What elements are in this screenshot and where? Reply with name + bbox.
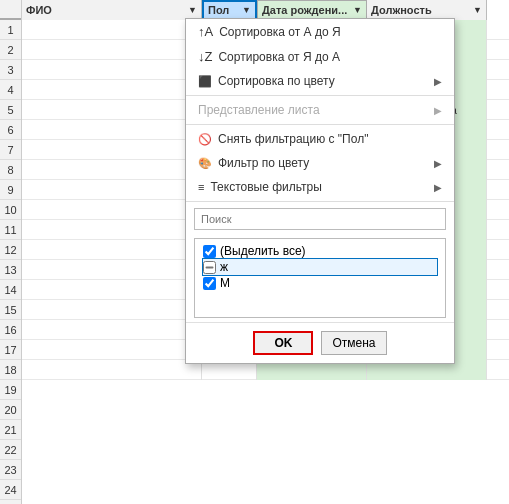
col-fio-label: ФИО: [26, 0, 52, 20]
col-fio-header[interactable]: ФИО ▼: [22, 0, 202, 20]
sheet-view-arrow-icon: ▶: [434, 105, 442, 116]
checkbox-m-label[interactable]: М: [220, 276, 230, 290]
row-num-19: 19: [0, 380, 21, 400]
row-num-7: 7: [0, 140, 21, 160]
row-num-6: 6: [0, 120, 21, 140]
row-num-8: 8: [0, 160, 21, 180]
sort-color-label: Сортировка по цвету: [218, 74, 335, 88]
row-num-16: 16: [0, 320, 21, 340]
text-filters-label: Текстовые фильтры: [210, 180, 321, 194]
checkbox-all-label[interactable]: (Выделить все): [220, 244, 306, 258]
filter-color-label: Фильтр по цвету: [218, 156, 309, 170]
filter-dropdown-icon-fio[interactable]: ▼: [188, 0, 197, 20]
row-num-22: 22: [0, 440, 21, 460]
sort-color-item[interactable]: ⬛ Сортировка по цвету ▶: [186, 69, 454, 93]
row-num-2: 2: [0, 40, 21, 60]
filter-dropdown-icon-pol[interactable]: ▼: [242, 0, 251, 20]
row-num-4: 4: [0, 80, 21, 100]
checkbox-list: (Выделить все) ж М: [194, 238, 446, 318]
checkbox-m[interactable]: [203, 277, 216, 290]
checkbox-zh-label[interactable]: ж: [220, 260, 228, 274]
text-filters-arrow-icon: ▶: [434, 182, 442, 193]
checkbox-zh[interactable]: [203, 261, 216, 274]
cancel-button[interactable]: Отмена: [321, 331, 386, 355]
row-num-18: 18: [0, 360, 21, 380]
row-num-26: 26: [0, 500, 21, 504]
row-num-15: 15: [0, 300, 21, 320]
col-pol-label: Пол: [208, 0, 229, 20]
clear-filter-icon: 🚫: [198, 133, 212, 146]
text-filters-item[interactable]: ≡ Текстовые фильтры ▶: [186, 175, 454, 199]
row-num-1: 1: [0, 20, 21, 40]
clear-filter-label: Снять фильтрацию с "Пол": [218, 132, 368, 146]
row-num-12: 12: [0, 240, 21, 260]
sheet-view-item: Представление листа ▶: [186, 98, 454, 122]
spreadsheet: 1 2 3 4 5 6 7 8 9 10 11 12 13 14 15 16 1…: [0, 0, 509, 504]
separator-1: [186, 95, 454, 96]
checkbox-all-item[interactable]: (Выделить все): [203, 243, 437, 259]
buttons-area: OK Отмена: [186, 322, 454, 363]
sort-desc-item[interactable]: ↓Z Сортировка от Я до А: [186, 44, 454, 69]
checkbox-all[interactable]: [203, 245, 216, 258]
row-num-13: 13: [0, 260, 21, 280]
filter-color-item[interactable]: 🎨 Фильтр по цвету ▶: [186, 151, 454, 175]
row-num-20: 20: [0, 400, 21, 420]
row-num-17: 17: [0, 340, 21, 360]
separator-3: [186, 201, 454, 202]
row-numbers: 1 2 3 4 5 6 7 8 9 10 11 12 13 14 15 16 1…: [0, 0, 22, 504]
sort-asc-item[interactable]: ↑A Сортировка от А до Я: [186, 19, 454, 44]
sort-desc-label: Сортировка от Я до А: [218, 50, 339, 64]
sort-asc-label: Сортировка от А до Я: [219, 25, 340, 39]
sort-color-icon: ⬛: [198, 75, 212, 88]
sort-asc-icon: ↑A: [198, 24, 213, 39]
row-num-9: 9: [0, 180, 21, 200]
filter-dropdown: ↑A Сортировка от А до Я ↓Z Сортировка от…: [185, 18, 455, 364]
filter-color-icon: 🎨: [198, 157, 212, 170]
row-num-21: 21: [0, 420, 21, 440]
separator-2: [186, 124, 454, 125]
row-num-23: 23: [0, 460, 21, 480]
row-num-24: 24: [0, 480, 21, 500]
col-pol-header[interactable]: Пол ▼: [202, 0, 257, 20]
row-num-10: 10: [0, 200, 21, 220]
row-num-5: 5: [0, 100, 21, 120]
row-num-14: 14: [0, 280, 21, 300]
checkbox-m-item[interactable]: М: [203, 275, 437, 291]
search-input[interactable]: [194, 208, 446, 230]
col-date-header[interactable]: Дата рождени... ▼: [257, 0, 367, 20]
row-num-11: 11: [0, 220, 21, 240]
row-num-3: 3: [0, 60, 21, 80]
col-dolj-header[interactable]: Должность ▼: [367, 0, 487, 20]
col-date-label: Дата рождени...: [262, 0, 347, 20]
sort-color-arrow-icon: ▶: [434, 76, 442, 87]
search-section: [186, 204, 454, 234]
filter-dropdown-icon-date[interactable]: ▼: [353, 0, 362, 20]
header-row: ФИО ▼ Пол ▼ Дата рождени... ▼ Должность …: [22, 0, 487, 20]
col-dolj-label: Должность: [371, 0, 432, 20]
sheet-view-label: Представление листа: [198, 103, 320, 117]
filter-color-arrow-icon: ▶: [434, 158, 442, 169]
checkbox-zh-item[interactable]: ж: [203, 259, 437, 275]
filter-dropdown-icon-dolj[interactable]: ▼: [473, 0, 482, 20]
ok-button[interactable]: OK: [253, 331, 313, 355]
sort-desc-icon: ↓Z: [198, 49, 212, 64]
clear-filter-item[interactable]: 🚫 Снять фильтрацию с "Пол": [186, 127, 454, 151]
text-filters-icon: ≡: [198, 181, 204, 193]
